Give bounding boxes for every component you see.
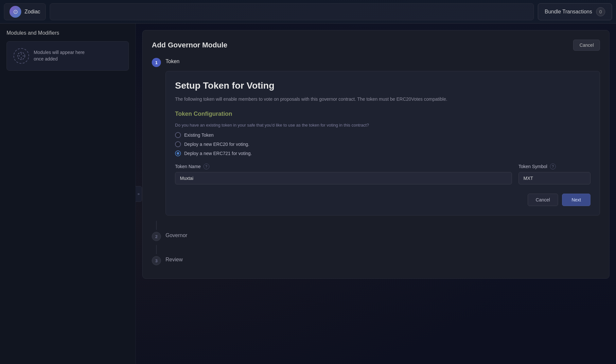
radio-new-erc20[interactable]: Deploy a new ERC20 for voting. (175, 141, 590, 147)
radio-existing-token-label: Existing Token (184, 132, 214, 138)
add-governor-modal: Add Governor Module Cancel 1 Token Setup… (142, 30, 609, 279)
sidebar: Modules and Modifiers Modules will appea… (0, 24, 136, 364)
logo-label: Zodiac (25, 9, 40, 15)
radio-existing-token[interactable]: Existing Token (175, 132, 590, 138)
token-card: Setup Token for Voting The following tok… (166, 71, 600, 216)
step-2-row: 2 Governor (152, 231, 600, 241)
step-1-row: 1 Token (152, 57, 600, 67)
collapse-icon: » (137, 192, 140, 196)
main-content: Add Governor Module Cancel 1 Token Setup… (136, 24, 616, 364)
placeholder-text: Modules will appear here once added (34, 49, 85, 62)
step-3-badge: 3 (152, 256, 161, 265)
radio-new-erc20-label: Deploy a new ERC20 for voting. (184, 142, 249, 147)
token-symbol-help-icon[interactable]: ? (550, 164, 556, 169)
modal-header: Add Governor Module Cancel (152, 40, 600, 51)
step-1-badge: 1 (152, 58, 161, 67)
step-1-label: Token (166, 57, 180, 64)
token-name-help-icon[interactable]: ? (203, 164, 209, 169)
step-3-label: Review (166, 255, 183, 263)
cancel-top-button[interactable]: Cancel (573, 40, 600, 51)
config-question: Do you have an existing token in your sa… (175, 123, 590, 128)
module-placeholder: Modules will appear here once added (7, 41, 129, 71)
radio-new-erc20-indicator (175, 141, 181, 147)
token-symbol-label-row: Token Symbol ? (519, 164, 590, 169)
sidebar-title: Modules and Modifiers (7, 30, 129, 36)
step-connector-2-3 (156, 245, 157, 254)
action-row: Cancel Next (175, 194, 590, 206)
token-config-title: Token Configuration (175, 111, 590, 117)
modal-title: Add Governor Module (152, 41, 227, 49)
placeholder-icon (13, 48, 29, 64)
next-button[interactable]: Next (562, 194, 590, 206)
sidebar-collapse-button[interactable]: » (135, 186, 142, 202)
logo-button[interactable]: ⊙ Zodiac (4, 3, 46, 20)
token-card-title: Setup Token for Voting (175, 80, 590, 91)
radio-new-erc721-dot (177, 152, 179, 155)
token-fields: Token Name ? Token Symbol ? (175, 164, 590, 184)
token-name-label-row: Token Name ? (175, 164, 512, 169)
step-2-badge: 2 (152, 232, 161, 241)
bundle-label: Bundle Transactions (545, 9, 592, 15)
step-3-row: 3 Review (152, 255, 600, 265)
radio-new-erc721-label: Deploy a new ERC721 for voting. (184, 151, 252, 156)
bundle-transactions-button[interactable]: Bundle Transactions 0 (538, 3, 612, 20)
token-name-input[interactable] (175, 172, 512, 184)
topbar-center-bar (50, 3, 534, 20)
topbar: ⊙ Zodiac Bundle Transactions 0 (0, 0, 616, 24)
cancel-button[interactable]: Cancel (528, 194, 558, 206)
radio-new-erc721-indicator (175, 150, 181, 156)
token-symbol-label: Token Symbol (519, 164, 547, 169)
bundle-count-badge: 0 (596, 7, 605, 16)
token-name-group: Token Name ? (175, 164, 512, 184)
radio-existing-token-indicator (175, 132, 181, 138)
radio-new-erc721[interactable]: Deploy a new ERC721 for voting. (175, 150, 590, 156)
step-connector-1-2 (156, 221, 157, 230)
token-symbol-group: Token Symbol ? (519, 164, 590, 184)
logo-icon: ⊙ (9, 6, 21, 18)
step-2-label: Governor (166, 231, 187, 238)
token-card-description: The following token will enable members … (175, 95, 590, 103)
token-symbol-input[interactable] (519, 172, 590, 184)
main-layout: Modules and Modifiers Modules will appea… (0, 24, 616, 364)
token-name-label: Token Name (175, 164, 201, 169)
